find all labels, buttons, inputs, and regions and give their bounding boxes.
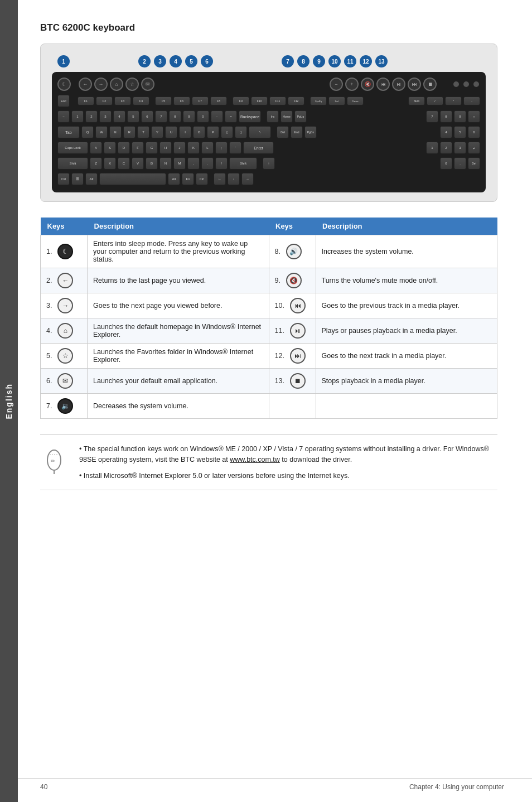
page-title: BTC 6200C keyboard [40,22,504,33]
table-row: 3. → Goes to the next page you viewed be… [41,293,497,318]
num3-key: 3 [454,142,466,154]
pgup-key: PgUp [294,110,307,123]
mail-key-icon: ✉ [141,78,154,91]
left-desc-cell: Enters into sleep mode. Press any key to… [88,235,269,268]
right-key-icon: ⏹ [290,373,306,389]
mute-key-icon: 🔇 [361,78,374,91]
right-key-cell: 13. ⏹ [269,369,316,394]
table-row: 4. ⌂ Launches the default homepage in Wi… [41,318,497,344]
i-key: I [179,126,191,138]
right-desc-cell: Stops playback in a media player. [316,369,497,394]
bubble-10: 10 [328,55,341,67]
key-7: 7 [155,110,167,123]
l-key: L [201,142,214,154]
table-row: 2. ← Returns to the last page you viewed… [41,268,497,293]
rctrl-key: Ctrl [196,173,208,185]
v-key: V [132,157,144,170]
note-1: The special function keys work on Window… [79,444,497,465]
equal-key: = [225,110,237,123]
table-row: 5. ☆ Launches the Favorites folder in Wi… [41,344,497,369]
f1-key: F1 [78,96,94,105]
key-5: 5 [127,110,139,123]
numdot-key: . [454,157,466,170]
indicator-dot-2 [463,81,469,87]
main-content: BTC 6200C keyboard 1 2 3 4 5 6 7 8 9 10 … [18,0,532,535]
u-key: U [165,126,177,138]
btc-url[interactable]: www.btc.com.tw [230,456,280,463]
tilde-key: ~ [57,110,70,123]
num8-key: 8 [440,110,452,123]
key-3: 3 [99,110,112,123]
lwin-key: ⊞ [71,173,84,185]
left-desc-cell: Launches your default email application. [88,369,269,394]
left-desc-cell: Returns to the last page you viewed. [88,268,269,293]
num2-key: 2 [440,142,452,154]
note-section: ✏ The special function keys work on Wind… [40,434,497,490]
left-desc-cell: Launches the default homepage in Windows… [88,318,269,344]
number-row: ~ 1 2 3 4 5 6 7 8 9 0 - = Backspace Ins … [57,110,480,123]
play-key-icon: ⏯ [392,78,405,91]
quote-key: ' [229,142,241,154]
fav-key-icon: ☆ [125,78,139,91]
key-4: 4 [113,110,125,123]
col-header-keys2: Keys [269,218,316,235]
bubble-7: 7 [282,55,294,67]
bubble-1: 1 [57,55,70,67]
num-lock-key: Num [408,96,425,105]
col-header-keys1: Keys [41,218,88,235]
slash-key: / [215,157,228,170]
end-key: End [291,126,303,138]
right-key-icon: ⏮ [290,298,306,313]
num4-key: 4 [440,126,452,138]
right-key-icon: 🔊 [286,244,302,259]
f6-key: F6 [173,96,190,105]
left-key-cell: 4. ⌂ [41,318,88,344]
bubble-group-left: 2 3 4 5 6 [138,55,215,67]
capslock-key: Caps Lock [57,142,88,154]
n-key: N [159,157,172,170]
esc-key: Esc [57,95,70,107]
m-key: M [173,157,186,170]
c-key: C [118,157,130,170]
f2-key: F2 [96,96,113,105]
f7-key: F7 [192,96,209,105]
num6-key: 6 [468,126,480,138]
lctrl-key: Ctrl [57,173,70,185]
left-desc-cell: Launches the Favorites folder in Windows… [88,344,269,369]
bubble-2: 2 [138,55,151,67]
right-key-cell [269,394,316,419]
note-content: The special function keys work on Window… [79,444,497,481]
left-key-icon: ✉ [57,373,73,389]
col-header-desc2: Description [316,218,497,235]
sleep-key-icon: ☾ [57,78,71,91]
a-key: A [90,142,102,154]
left-key-icon: ☾ [57,244,73,259]
bubble-5: 5 [185,55,197,67]
e-key: E [109,126,122,138]
asdf-row: Caps Lock A S D F G H J K L ; ' Enter 1 … [57,142,480,154]
rbracket-key: ] [235,126,247,138]
bubble-8: 8 [297,55,309,67]
q-key: Q [81,126,94,138]
page-footer: 40 Chapter 4: Using your computer [18,778,532,791]
f5-key: F5 [155,96,172,105]
vol-down-key-icon: − [330,78,343,91]
next-key-icon: ⏭ [408,78,421,91]
num1-key: 1 [426,142,438,154]
lalt-key: Alt [85,173,98,185]
pause-key: Pause [347,96,364,105]
space-key [99,173,166,185]
period-key: . [201,157,214,170]
vol-up-key-icon: + [345,78,359,91]
svg-text:✏: ✏ [51,458,56,464]
scroll-key: Scrl [328,96,345,105]
lshift-key: Shift [57,157,88,170]
right-desc-cell: Goes to the previous track in a media pl… [316,293,497,318]
left-desc-cell: Goes to the next page you viewed before. [88,293,269,318]
p-key: P [207,126,219,138]
note-2: Install Microsoft® Internet Explorer 5.0… [79,471,497,481]
b-key: B [146,157,158,170]
num0-key: 0 [440,157,452,170]
enter-np-key: ↵ [468,142,480,154]
num5-key: 5 [454,126,466,138]
